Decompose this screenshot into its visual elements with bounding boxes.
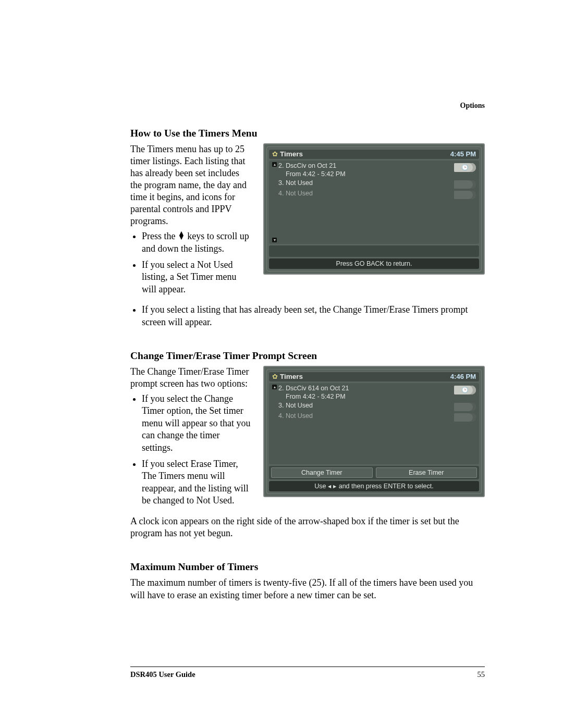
clock-icon: 🕒 (454, 386, 476, 394)
ui-row-1: 2. DscCiv on Oct 21From 4:42 - 5:42 PM 🕒 (271, 162, 477, 179)
section1-intro: The Timers menu has up to 25 timer listi… (130, 143, 253, 227)
section3-text: The maximum number of timers is twenty-f… (130, 577, 485, 601)
section1-bullet-1: Press the ▲▼ keys to scroll up and down … (142, 230, 253, 255)
section2-title: Change Timer/Erase Timer Prompt Screen (130, 350, 485, 362)
section2-bullet-1: If you select the Change Timer option, t… (142, 393, 253, 454)
header-category: Options (460, 102, 485, 110)
section3-title: Maximum Number of Timers (130, 561, 485, 573)
ui2-help: Use ◀ ▶ and then press ENTER to select. (269, 481, 479, 491)
leftright-icon: ◀ ▶ (328, 484, 337, 489)
updown-icon: ▲▼ (178, 231, 185, 240)
ui2-list: ▴ 2. DscCiv 614 on Oct 21From 4:42 - 5:4… (269, 383, 479, 464)
ui-clock: 4:46 PM (450, 373, 476, 380)
scroll-up-icon: ▴ (272, 385, 277, 389)
section1-title: How to Use the Timers Menu (130, 128, 485, 139)
change-erase-screenshot: ✿Timers 4:46 PM ▴ 2. DscCiv 614 on Oct 2… (263, 366, 485, 497)
section2-intro: The Change Timer/Erase Timer prompt scre… (130, 366, 253, 390)
ui2-row-1: 2. DscCiv 614 on Oct 21From 4:42 - 5:42 … (271, 384, 477, 401)
section1-after-bullet: If you select a listing that has already… (142, 304, 485, 328)
ui-help: Press GO BACK to return. (269, 258, 479, 269)
timers-menu-screenshot: ✿Timers 4:45 PM ▴ 2. DscCiv on Oct 21Fro… (263, 143, 485, 275)
ui-clock: 4:45 PM (450, 150, 476, 158)
clock-icon: 🕒 (454, 163, 476, 172)
ui2-row-2: 3. Not Used . (271, 401, 477, 412)
ui2-row-3: 4. Not Used . (271, 412, 477, 422)
scroll-down-icon: ▾ (272, 238, 277, 242)
ui2-titlebar: ✿Timers 4:46 PM (269, 372, 479, 381)
gear-icon: ✿ (272, 373, 278, 380)
footer-page: 55 (478, 670, 485, 679)
ui-row-3: 4. Not Used . (271, 189, 477, 200)
scroll-up-icon: ▴ (272, 162, 277, 167)
ui-btnbar-empty (269, 245, 479, 257)
ui-row-2: 3. Not Used . (271, 179, 477, 189)
section2-bullet-2: If you select Erase Timer, The Timers me… (142, 458, 253, 507)
ui-list: ▴ 2. DscCiv on Oct 21From 4:42 - 5:42 PM… (269, 161, 479, 244)
gear-icon: ✿ (272, 150, 278, 158)
ui-titlebar: ✿Timers 4:45 PM (269, 149, 479, 159)
footer-guide: DSR405 User Guide (130, 670, 195, 679)
erase-timer-button[interactable]: Erase Timer (376, 467, 478, 478)
change-timer-button[interactable]: Change Timer (271, 467, 373, 478)
section2-after: A clock icon appears on the right side o… (130, 515, 485, 540)
ui2-btnbar: Change Timer Erase Timer (269, 466, 479, 479)
section1-bullet-2: If you select a Not Used listing, a Set … (142, 259, 253, 295)
